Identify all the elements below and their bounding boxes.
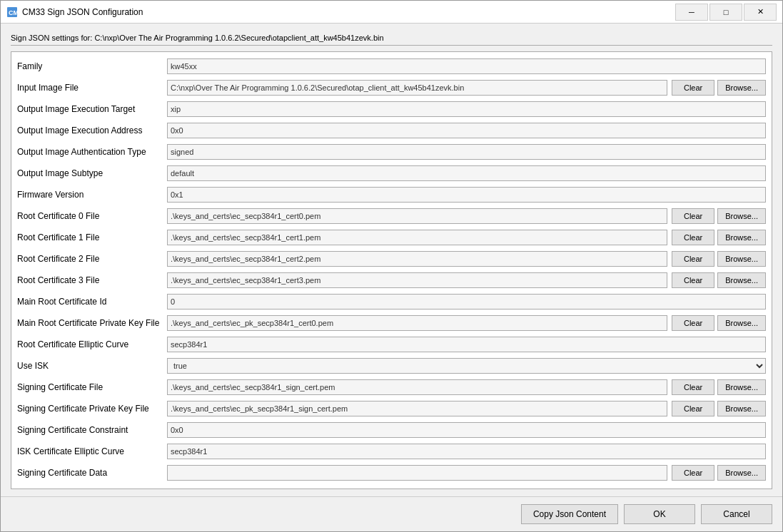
clear-button-root_cert_2[interactable]: Clear <box>672 251 714 267</box>
field-label-root_cert_2: Root Certificate 2 File <box>17 254 167 264</box>
table-row: Main Root Certificate Id <box>17 292 766 312</box>
table-row: Output Image Authentication Type <box>17 142 766 162</box>
field-input-root_cert_curve[interactable] <box>167 337 766 352</box>
field-input-output_auth_type[interactable] <box>167 144 766 160</box>
field-label-signing_cert_data: Signing Certificate Data <box>17 468 167 478</box>
field-label-firmware_version: Firmware Version <box>17 190 167 200</box>
field-label-output_subtype: Output Image Subtype <box>17 168 167 178</box>
table-row: Signing Certificate DataClearBrowse... <box>17 463 766 483</box>
table-row: Main Root Certificate Private Key FileCl… <box>17 313 766 333</box>
table-row: Input Image FileClearBrowse... <box>17 78 766 98</box>
table-row: Output Image Subtype <box>17 163 766 183</box>
field-label-signing_cert_file: Signing Certificate File <box>17 382 167 392</box>
header-label: Sign JSON settings for: C:\nxp\Over The … <box>11 31 772 46</box>
table-row: ISK Certificate Elliptic Curve <box>17 441 766 461</box>
browse-button-root_cert_1[interactable]: Browse... <box>717 230 766 245</box>
copy-json-button[interactable]: Copy Json Content <box>521 504 618 524</box>
browse-button-main_root_cert_key[interactable]: Browse... <box>717 315 766 331</box>
field-input-root_cert_0[interactable] <box>167 208 667 224</box>
table-row: Signing Certificate Constraint <box>17 420 766 440</box>
field-label-signing_cert_constraint: Signing Certificate Constraint <box>17 425 167 435</box>
field-label-output_auth_type: Output Image Authentication Type <box>17 147 167 157</box>
browse-button-input_image_file[interactable]: Browse... <box>717 80 766 96</box>
field-input-root_cert_3[interactable] <box>167 272 667 288</box>
field-label-use_isk: Use ISK <box>17 361 167 371</box>
svg-text:CM: CM <box>9 9 18 16</box>
field-input-firmware_version[interactable] <box>167 187 766 203</box>
field-input-output_subtype[interactable] <box>167 165 766 181</box>
field-label-root_cert_curve: Root Certificate Elliptic Curve <box>17 339 167 349</box>
minimize-button[interactable]: ─ <box>675 4 708 21</box>
table-row: Root Certificate 3 FileClearBrowse... <box>17 270 766 290</box>
field-input-root_cert_2[interactable] <box>167 251 667 267</box>
button-group: ClearBrowse... <box>672 272 766 288</box>
field-select-use_isk[interactable]: truefalse <box>167 358 766 374</box>
field-input-root_cert_1[interactable] <box>167 230 667 245</box>
close-button[interactable]: ✕ <box>744 4 777 21</box>
form-scroll-area[interactable]: FamilyInput Image FileClearBrowse...Outp… <box>11 51 772 489</box>
table-row: Root Certificate 1 FileClearBrowse... <box>17 227 766 247</box>
browse-button-signing_cert_key[interactable]: Browse... <box>717 401 766 416</box>
field-label-signing_cert_key: Signing Certificate Private Key File <box>17 404 167 414</box>
table-row: Output Image Execution Address <box>17 121 766 140</box>
clear-button-root_cert_1[interactable]: Clear <box>672 230 714 245</box>
content-area: Sign JSON settings for: C:\nxp\Over The … <box>1 24 782 496</box>
table-row: Root Certificate 0 FileClearBrowse... <box>17 206 766 226</box>
button-group: ClearBrowse... <box>672 401 766 416</box>
table-row: Signing Certificate FileClearBrowse... <box>17 377 766 397</box>
field-input-output_exec_target[interactable] <box>167 101 766 117</box>
field-label-output_exec_address: Output Image Execution Address <box>17 126 167 135</box>
footer: Copy Json Content OK Cancel <box>1 496 782 531</box>
field-label-family: Family <box>17 61 167 71</box>
window-controls: ─ □ ✕ <box>675 4 777 21</box>
field-input-isk_cert_curve[interactable] <box>167 444 766 459</box>
browse-button-signing_cert_file[interactable]: Browse... <box>717 379 766 395</box>
window-icon: CM <box>6 6 18 18</box>
field-label-main_root_cert_key: Main Root Certificate Private Key File <box>17 318 167 328</box>
button-group: ClearBrowse... <box>672 80 766 96</box>
main-window: CM CM33 Sign JSON Configuration ─ □ ✕ Si… <box>0 0 783 532</box>
button-group: ClearBrowse... <box>672 251 766 267</box>
button-group: ClearBrowse... <box>672 230 766 245</box>
field-input-main_root_cert_id[interactable] <box>167 294 766 310</box>
field-label-root_cert_0: Root Certificate 0 File <box>17 211 167 221</box>
button-group: ClearBrowse... <box>672 315 766 331</box>
table-row: Use ISKtruefalse <box>17 356 766 376</box>
ok-button[interactable]: OK <box>624 504 695 524</box>
field-input-family[interactable] <box>167 58 766 74</box>
clear-button-root_cert_0[interactable]: Clear <box>672 208 714 224</box>
button-group: ClearBrowse... <box>672 465 766 481</box>
window-title: CM33 Sign JSON Configuration <box>22 7 675 17</box>
field-input-signing_cert_file[interactable] <box>167 379 667 395</box>
clear-button-signing_cert_key[interactable]: Clear <box>672 401 714 416</box>
table-row: Root Certificate Elliptic Curve <box>17 334 766 354</box>
browse-button-root_cert_3[interactable]: Browse... <box>717 272 766 288</box>
field-input-signing_cert_key[interactable] <box>167 401 667 416</box>
field-input-signing_cert_constraint[interactable] <box>167 422 766 438</box>
browse-button-root_cert_2[interactable]: Browse... <box>717 251 766 267</box>
clear-button-signing_cert_file[interactable]: Clear <box>672 379 714 395</box>
table-row: Firmware Version <box>17 185 766 205</box>
clear-button-signing_cert_data[interactable]: Clear <box>672 465 714 481</box>
table-row: Output Image Execution Target <box>17 99 766 119</box>
field-label-root_cert_3: Root Certificate 3 File <box>17 275 167 285</box>
field-label-isk_cert_curve: ISK Certificate Elliptic Curve <box>17 446 167 456</box>
field-label-main_root_cert_id: Main Root Certificate Id <box>17 297 167 307</box>
browse-button-signing_cert_data[interactable]: Browse... <box>717 465 766 481</box>
table-row: Family <box>17 56 766 76</box>
table-row: Root Certificate 2 FileClearBrowse... <box>17 249 766 269</box>
field-input-main_root_cert_key[interactable] <box>167 315 667 331</box>
cancel-button[interactable]: Cancel <box>701 504 772 524</box>
clear-button-input_image_file[interactable]: Clear <box>672 80 714 96</box>
field-label-input_image_file: Input Image File <box>17 83 167 93</box>
field-input-input_image_file[interactable] <box>167 80 667 96</box>
clear-button-root_cert_3[interactable]: Clear <box>672 272 714 288</box>
field-input-output_exec_address[interactable] <box>167 123 766 138</box>
button-group: ClearBrowse... <box>672 208 766 224</box>
browse-button-root_cert_0[interactable]: Browse... <box>717 208 766 224</box>
maximize-button[interactable]: □ <box>709 4 742 21</box>
field-label-root_cert_1: Root Certificate 1 File <box>17 232 167 242</box>
field-input-signing_cert_data[interactable] <box>167 465 667 481</box>
table-row: Signing Certificate Private Key FileClea… <box>17 399 766 419</box>
clear-button-main_root_cert_key[interactable]: Clear <box>672 315 714 331</box>
